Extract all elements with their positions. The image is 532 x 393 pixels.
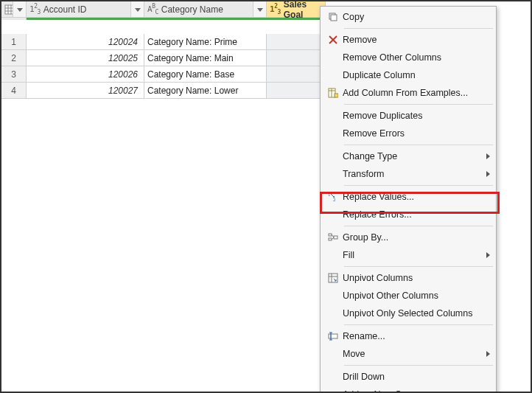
submenu-arrow-icon bbox=[486, 153, 490, 159]
menu-transform[interactable]: Transform bbox=[321, 165, 496, 183]
menu-separator bbox=[344, 185, 493, 186]
column-label: Sales Goal bbox=[284, 0, 322, 20]
row-header[interactable]: 3 bbox=[1, 66, 27, 83]
menu-rename[interactable]: Rename... bbox=[321, 327, 496, 345]
submenu-arrow-icon bbox=[486, 171, 490, 177]
row-number: 4 bbox=[11, 86, 16, 96]
cell-account-id[interactable]: 120026 bbox=[27, 66, 144, 83]
svg-rect-12 bbox=[335, 94, 338, 97]
menu-drill-down[interactable]: Drill Down bbox=[321, 368, 496, 386]
submenu-arrow-icon bbox=[486, 351, 490, 357]
svg-rect-17 bbox=[334, 236, 337, 239]
svg-rect-23 bbox=[329, 334, 337, 338]
cell-sales-goal[interactable] bbox=[267, 34, 326, 50]
menu-duplicate-column[interactable]: Duplicate Column bbox=[321, 66, 496, 84]
column-header-sales-goal[interactable]: 123 Sales Goal bbox=[267, 1, 326, 18]
menu-replace-values[interactable]: 12 Replace Values... bbox=[321, 188, 496, 206]
menu-unpivot-other-columns[interactable]: Unpivot Other Columns bbox=[321, 287, 496, 305]
column-header-account-id[interactable]: 123 Account ID bbox=[27, 1, 144, 18]
row-number: 1 bbox=[11, 37, 16, 47]
svg-rect-6 bbox=[331, 15, 337, 21]
svg-rect-16 bbox=[329, 238, 332, 240]
row-number: 2 bbox=[11, 53, 16, 63]
cell-category-name[interactable]: Category Name: Lower bbox=[144, 83, 267, 99]
cell-sales-goal[interactable] bbox=[267, 50, 326, 66]
replace-values-icon: 12 bbox=[323, 192, 343, 202]
group-by-icon bbox=[323, 232, 343, 243]
text-type-icon: ABC bbox=[147, 3, 158, 15]
menu-remove-other-columns[interactable]: Remove Other Columns bbox=[321, 49, 496, 66]
table-menu-button[interactable] bbox=[13, 1, 26, 17]
column-filter-button[interactable] bbox=[253, 1, 266, 17]
svg-text:1: 1 bbox=[328, 192, 331, 198]
menu-separator bbox=[344, 28, 493, 29]
menu-copy[interactable]: Copy bbox=[321, 8, 496, 26]
menu-change-type[interactable]: Change Type bbox=[321, 147, 496, 165]
rename-icon bbox=[323, 331, 343, 341]
svg-rect-20 bbox=[329, 274, 337, 282]
column-label: Category Name bbox=[161, 4, 223, 15]
quality-bar bbox=[144, 18, 267, 20]
row-header[interactable]: 2 bbox=[1, 50, 27, 66]
menu-add-as-new-query[interactable]: Add as New Query bbox=[321, 386, 496, 393]
menu-add-column-from-examples[interactable]: Add Column From Examples... bbox=[321, 84, 496, 102]
quality-bar bbox=[27, 18, 144, 20]
cell-category-name[interactable]: Category Name: Prime bbox=[144, 34, 267, 50]
cell-sales-goal[interactable] bbox=[267, 83, 326, 99]
menu-unpivot-columns[interactable]: Unpivot Columns bbox=[321, 269, 496, 287]
column-filter-button[interactable] bbox=[130, 1, 144, 17]
menu-remove-duplicates[interactable]: Remove Duplicates bbox=[321, 107, 496, 125]
menu-separator bbox=[344, 226, 493, 226]
menu-separator bbox=[344, 365, 493, 366]
menu-move[interactable]: Move bbox=[321, 345, 496, 363]
menu-remove[interactable]: Remove bbox=[321, 31, 496, 49]
column-context-menu: Copy Remove Remove Other Columns Duplica… bbox=[320, 6, 497, 393]
menu-group-by[interactable]: Group By... bbox=[321, 229, 496, 246]
cell-account-id[interactable]: 120025 bbox=[27, 50, 144, 66]
remove-icon bbox=[323, 35, 343, 44]
menu-remove-errors[interactable]: Remove Errors bbox=[321, 125, 496, 142]
column-label: Account ID bbox=[43, 4, 87, 15]
number-type-icon: 123 bbox=[270, 3, 281, 15]
menu-separator bbox=[344, 145, 493, 145]
quality-bar-corner bbox=[1, 18, 27, 20]
unpivot-icon bbox=[323, 273, 343, 283]
menu-separator bbox=[344, 324, 493, 325]
menu-separator bbox=[344, 266, 493, 267]
cell-account-id[interactable]: 120027 bbox=[27, 83, 144, 99]
menu-replace-errors[interactable]: Replace Errors... bbox=[321, 206, 496, 223]
svg-rect-15 bbox=[329, 234, 332, 236]
submenu-arrow-icon bbox=[486, 252, 490, 258]
cell-sales-goal[interactable] bbox=[267, 66, 326, 83]
cell-category-name[interactable]: Category Name: Main bbox=[144, 50, 267, 66]
cell-category-name[interactable]: Category Name: Base bbox=[144, 66, 267, 83]
menu-unpivot-selected-columns[interactable]: Unpivot Only Selected Columns bbox=[321, 305, 496, 322]
copy-icon bbox=[323, 12, 343, 22]
column-header-category-name[interactable]: ABC Category Name bbox=[144, 1, 267, 18]
cell-account-id[interactable]: 120024 bbox=[27, 34, 144, 50]
add-column-icon bbox=[323, 88, 343, 98]
svg-text:2: 2 bbox=[333, 197, 336, 202]
row-header[interactable]: 1 bbox=[1, 34, 27, 50]
row-number: 3 bbox=[11, 69, 16, 80]
menu-separator bbox=[344, 104, 493, 105]
row-header[interactable]: 4 bbox=[1, 83, 27, 99]
table-corner[interactable] bbox=[1, 1, 27, 18]
menu-fill[interactable]: Fill bbox=[321, 246, 496, 264]
number-type-icon: 123 bbox=[29, 3, 41, 15]
